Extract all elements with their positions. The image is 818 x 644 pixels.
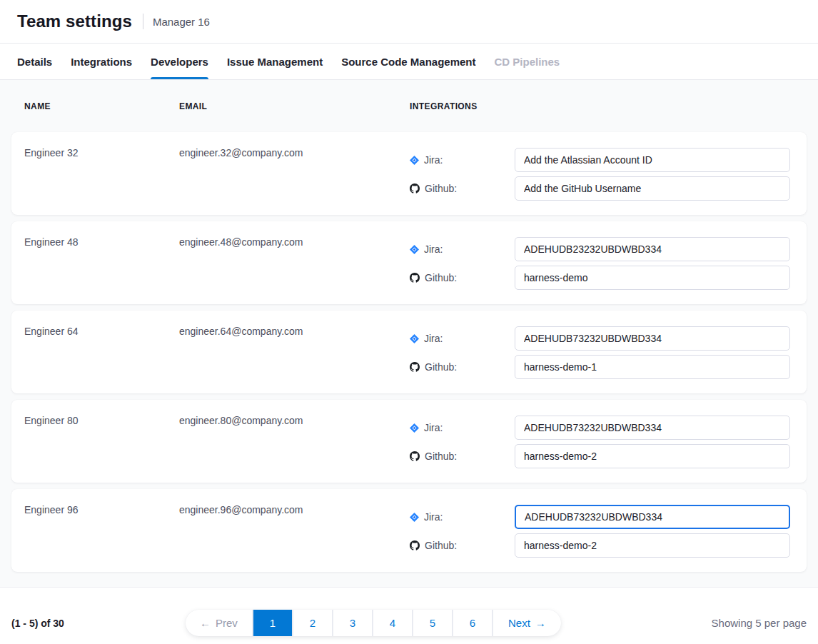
developer-name: Engineer 32 [24,132,179,215]
tab-bar: Details Integrations Developers Issue Ma… [0,44,818,80]
jira-label: Jira: [410,422,515,433]
title-separator [143,14,143,29]
jira-label: Jira: [410,154,515,166]
tab-issue-management[interactable]: Issue Management [227,44,323,79]
github-label: Github: [410,451,515,462]
github-octocat-icon [410,451,420,461]
github-username-input[interactable] [515,444,790,468]
tab-developers[interactable]: Developers [151,44,208,79]
github-octocat-icon [410,362,420,372]
page-button-3[interactable]: 3 [333,610,372,636]
arrow-left-icon: ← [200,617,211,629]
next-page-button[interactable]: Next → [493,610,561,636]
github-username-input[interactable] [515,533,790,558]
page-button-4[interactable]: 4 [373,610,412,636]
result-range-text: (1 - 5) of 30 [11,618,64,629]
github-username-input[interactable] [515,176,790,201]
jira-account-input[interactable] [515,148,790,172]
column-header-email: EMAIL [179,101,410,111]
page-button-6[interactable]: 6 [453,610,492,636]
github-username-input[interactable] [515,266,790,290]
jira-label: Jira: [410,333,515,344]
per-page-text: Showing 5 per page [712,617,807,629]
github-label: Github: [410,361,515,373]
developer-email: engineer.64@company.com [179,311,410,393]
developer-email: engineer.80@company.com [179,400,410,483]
column-header-name: NAME [24,101,179,111]
github-label: Github: [410,272,515,283]
page-button-5[interactable]: 5 [413,610,452,636]
page-button-1[interactable]: 1 [253,610,292,636]
pagination-control: ← Prev 1 2 3 4 5 6 Next → [186,610,561,636]
prev-page-button[interactable]: ← Prev [186,610,252,636]
table-row: Engineer 48 engineer.48@company.com Jira… [11,221,807,304]
jira-account-input[interactable] [515,326,790,351]
github-octocat-icon [410,183,420,193]
jira-label: Jira: [410,243,515,255]
table-row: Engineer 64 engineer.64@company.com Jira… [11,311,807,393]
developer-name: Engineer 64 [24,311,179,393]
table-row: Engineer 96 engineer.96@company.com Jira… [11,489,807,572]
page-header: Team settings Manager 16 [0,0,818,44]
github-label: Github: [410,183,515,194]
page-title: Team settings [17,11,132,31]
jira-account-input-focused[interactable] [515,505,790,529]
tab-cd-pipelines: CD Pipelines [495,44,560,79]
tab-integrations[interactable]: Integrations [71,44,132,79]
developer-email: engineer.32@company.com [179,132,410,215]
jira-diamond-icon [410,245,419,254]
developers-table: NAME EMAIL INTEGRATIONS Engineer 32 engi… [0,80,818,588]
pagination-footer: (1 - 5) of 30 ← Prev 1 2 3 4 5 6 Next → … [0,588,818,644]
github-octocat-icon [410,273,420,283]
jira-diamond-icon [410,513,419,522]
developer-email: engineer.96@company.com [179,489,410,572]
jira-label: Jira: [410,511,515,523]
jira-diamond-icon [410,334,419,343]
arrow-right-icon: → [535,617,546,629]
jira-diamond-icon [410,423,419,433]
developer-name: Engineer 48 [24,221,179,304]
developer-email: engineer.48@company.com [179,221,410,304]
page-subtitle: Manager 16 [153,16,210,28]
table-header: NAME EMAIL INTEGRATIONS [11,80,807,132]
tab-details[interactable]: Details [17,44,52,79]
jira-diamond-icon [410,156,419,165]
developer-name: Engineer 80 [24,400,179,483]
jira-account-input[interactable] [515,416,790,440]
jira-account-input[interactable] [515,237,790,261]
tab-source-code-management[interactable]: Source Code Management [341,44,475,79]
table-row: Engineer 80 engineer.80@company.com Jira… [11,400,807,483]
github-label: Github: [410,540,515,551]
page-button-2[interactable]: 2 [293,610,332,636]
column-header-integrations: INTEGRATIONS [410,101,807,111]
developer-name: Engineer 96 [24,489,179,572]
github-username-input[interactable] [515,355,790,379]
github-octocat-icon [410,540,420,550]
table-row: Engineer 32 engineer.32@company.com Jira… [11,132,807,215]
